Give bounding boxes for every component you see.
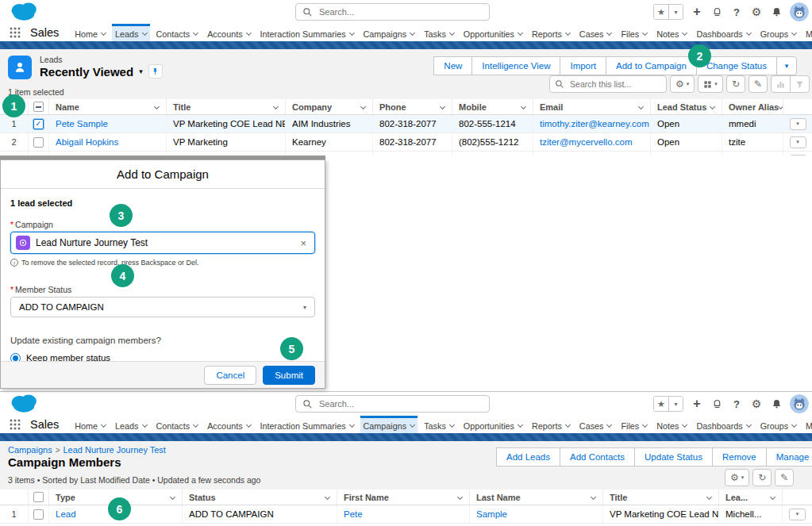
nav-tab[interactable]: Accounts▾ bbox=[204, 416, 253, 433]
nav-tab[interactable]: Dashboards▾ bbox=[693, 24, 753, 41]
column-header-title[interactable]: Title bbox=[167, 99, 286, 114]
select-all-checkbox[interactable] bbox=[33, 102, 44, 112]
app-launcher-icon[interactable] bbox=[10, 27, 21, 38]
favorites-star-icon[interactable]: ★ bbox=[654, 397, 668, 411]
list-action-button[interactable]: Add Contacts bbox=[560, 447, 635, 466]
nav-tab[interactable]: Leads▾ bbox=[112, 416, 149, 433]
list-action-button[interactable]: New bbox=[433, 56, 472, 75]
global-search-input[interactable] bbox=[317, 398, 460, 409]
user-avatar[interactable] bbox=[790, 2, 809, 21]
row-actions-button[interactable]: ▾ bbox=[790, 155, 806, 156]
list-settings-gear-button[interactable]: ⚙▾ bbox=[670, 75, 695, 93]
column-header-first-name[interactable]: First Name bbox=[337, 490, 470, 505]
nav-tab[interactable]: Contacts▾ bbox=[153, 24, 202, 41]
nav-tab[interactable]: Home▾ bbox=[71, 416, 109, 433]
last-name-link[interactable]: Sample bbox=[470, 505, 603, 523]
favorites-star-icon[interactable]: ★ bbox=[654, 5, 668, 19]
list-action-button[interactable]: Intelligence View bbox=[471, 56, 560, 75]
nav-tab[interactable]: More▾ bbox=[802, 416, 812, 433]
nav-tab[interactable]: Opportunities▾ bbox=[460, 416, 525, 433]
cancel-button[interactable]: Cancel bbox=[204, 366, 256, 385]
nav-tab[interactable]: Opportunities▾ bbox=[460, 24, 525, 41]
favorites-caret-icon[interactable]: ▾ bbox=[668, 5, 683, 19]
column-header-title[interactable]: Title bbox=[603, 490, 719, 505]
lead-name-link[interactable]: Pete Sample bbox=[49, 115, 167, 132]
column-header-status[interactable]: Status bbox=[183, 490, 337, 505]
list-action-button[interactable]: Change Status bbox=[696, 56, 777, 75]
column-header-name[interactable]: Name bbox=[49, 99, 167, 114]
nav-tab[interactable]: Groups▾ bbox=[757, 416, 799, 433]
refresh-button[interactable]: ↻ bbox=[726, 75, 745, 93]
lead-name-link[interactable]: Abigail Hopkins bbox=[49, 133, 167, 151]
row-checkbox[interactable] bbox=[33, 509, 44, 520]
column-header-last-name[interactable]: Last Name bbox=[470, 490, 603, 505]
list-action-button[interactable]: Add to Campaign bbox=[606, 56, 697, 75]
column-header-lead-truncated[interactable]: Lea... bbox=[719, 490, 783, 505]
nav-tab[interactable]: Leads▾ bbox=[112, 24, 149, 41]
list-action-button[interactable]: Import bbox=[560, 56, 606, 75]
nav-tab[interactable]: Cases▾ bbox=[576, 416, 615, 433]
notifications-bell-icon[interactable] bbox=[770, 6, 783, 17]
list-action-button[interactable]: Update Status bbox=[634, 447, 713, 466]
global-actions-plus-icon[interactable]: + bbox=[691, 397, 703, 410]
list-action-button[interactable]: Remove bbox=[712, 447, 767, 466]
nav-tab[interactable]: Tasks▾ bbox=[421, 24, 457, 41]
guidance-lantern-icon[interactable] bbox=[710, 6, 723, 17]
nav-tab[interactable]: Cases▾ bbox=[576, 24, 615, 41]
breadcrumb-campaigns-link[interactable]: Campaigns bbox=[8, 445, 52, 455]
filter-button[interactable] bbox=[790, 75, 810, 93]
nav-tab[interactable]: Groups▾ bbox=[757, 24, 799, 41]
nav-tab[interactable]: Reports▾ bbox=[529, 24, 573, 41]
refresh-button[interactable]: ↻ bbox=[752, 469, 772, 486]
email-link[interactable]: tziter@mycervello.com bbox=[533, 133, 651, 151]
list-settings-gear-button[interactable]: ⚙▾ bbox=[725, 469, 749, 486]
row-actions-button[interactable]: ▾ bbox=[790, 136, 806, 148]
column-header-email[interactable]: Email bbox=[533, 99, 651, 114]
nav-tab[interactable]: Home▾ bbox=[71, 24, 109, 41]
email-link[interactable]: timothy.ziter@kearney.com bbox=[533, 115, 651, 132]
notifications-bell-icon[interactable] bbox=[770, 398, 783, 409]
charts-button[interactable] bbox=[771, 75, 791, 93]
pin-list-view-button[interactable] bbox=[148, 64, 163, 79]
breadcrumb-record-link[interactable]: Lead Nurture Journey Test bbox=[63, 445, 165, 455]
row-checkbox[interactable] bbox=[33, 137, 44, 148]
clear-selection-x-icon[interactable]: × bbox=[300, 237, 306, 249]
display-as-button[interactable]: ▾ bbox=[698, 75, 723, 93]
submit-button[interactable]: Submit bbox=[263, 366, 315, 385]
row-checkbox[interactable] bbox=[33, 119, 44, 129]
campaign-lookup-field[interactable]: Lead Nurture Journey Test × bbox=[10, 232, 315, 254]
row-actions-button[interactable]: ▾ bbox=[789, 509, 806, 520]
list-action-button[interactable]: Manage Campaign Members bbox=[766, 447, 812, 466]
select-all-checkbox[interactable] bbox=[33, 492, 44, 502]
list-view-name[interactable]: Recently Viewed bbox=[40, 65, 133, 79]
help-icon[interactable]: ? bbox=[730, 399, 743, 409]
nav-tab[interactable]: Interaction Summaries▾ bbox=[257, 24, 357, 41]
nav-tab[interactable]: Files▾ bbox=[618, 416, 650, 433]
setup-gear-icon[interactable]: ⚙ bbox=[750, 6, 763, 17]
column-header-mobile[interactable]: Mobile bbox=[452, 99, 533, 114]
nav-tab[interactable]: Notes▾ bbox=[653, 24, 690, 41]
guidance-lantern-icon[interactable] bbox=[710, 398, 723, 409]
app-launcher-icon[interactable] bbox=[10, 419, 21, 430]
nav-tab[interactable]: Tasks▾ bbox=[421, 416, 457, 433]
first-name-link[interactable]: Pete bbox=[337, 505, 470, 523]
help-icon[interactable]: ? bbox=[730, 7, 743, 17]
inline-edit-pencil-button[interactable]: ✎ bbox=[775, 469, 794, 486]
column-header-lead-status[interactable]: Lead Status bbox=[651, 99, 722, 114]
member-type-link[interactable]: Lead bbox=[49, 505, 183, 523]
list-search-input[interactable] bbox=[568, 79, 656, 90]
email-link[interactable] bbox=[533, 152, 651, 155]
global-actions-plus-icon[interactable]: + bbox=[691, 6, 703, 18]
nav-tab[interactable]: Notes▾ bbox=[653, 416, 690, 433]
nav-tab[interactable]: Campaigns▾ bbox=[360, 24, 418, 41]
nav-tab[interactable]: Campaigns▾ bbox=[360, 416, 418, 433]
setup-gear-icon[interactable]: ⚙ bbox=[750, 398, 763, 409]
user-avatar[interactable] bbox=[790, 394, 809, 413]
row-actions-button[interactable]: ▾ bbox=[790, 118, 806, 130]
list-action-button[interactable]: Add Leads bbox=[496, 447, 560, 466]
favorites-caret-icon[interactable]: ▾ bbox=[668, 397, 683, 411]
caret-down-icon[interactable]: ▾ bbox=[139, 67, 143, 75]
column-header-type[interactable]: Type bbox=[49, 490, 183, 505]
nav-tab[interactable]: Files▾ bbox=[618, 24, 650, 41]
nav-tab[interactable]: Accounts▾ bbox=[204, 24, 253, 41]
